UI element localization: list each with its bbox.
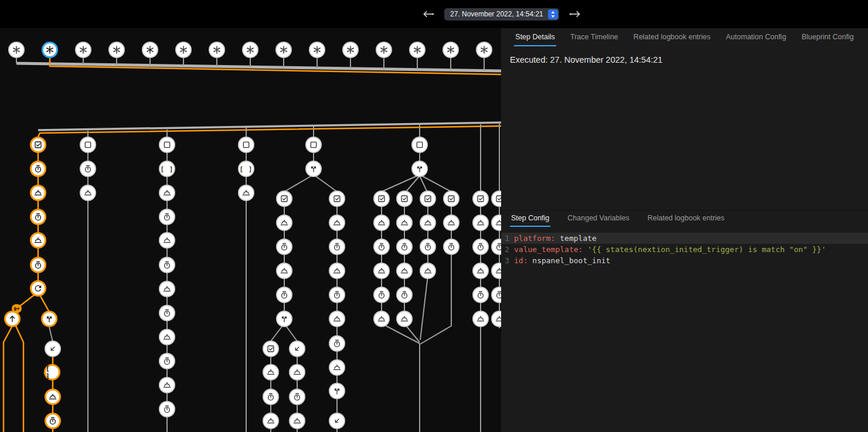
tab-step-config[interactable]: Step Config	[510, 210, 550, 227]
trace-node-choose[interactable]	[305, 161, 322, 177]
trace-node-timer[interactable]	[30, 161, 46, 177]
trace-node-service[interactable]	[396, 263, 413, 279]
trace-node-square[interactable]	[238, 137, 254, 153]
step-config-code[interactable]: 1 platform: template 2 value_template: '…	[501, 233, 868, 266]
tab-trace-timeline[interactable]: Trace Timeline	[569, 28, 619, 46]
trace-node-timer[interactable]	[159, 257, 175, 273]
trace-node-timer[interactable]	[276, 287, 292, 303]
trace-node-service[interactable]	[80, 185, 96, 201]
trace-node-timer[interactable]	[159, 305, 175, 321]
trace-node-trigger[interactable]	[342, 42, 359, 58]
trace-node-timer[interactable]	[276, 239, 292, 255]
trace-node-service[interactable]	[159, 281, 175, 297]
trace-node-timer[interactable]	[159, 401, 175, 417]
trace-node-service[interactable]	[373, 311, 390, 327]
trace-node-service[interactable]	[396, 215, 413, 231]
trace-node-condition[interactable]	[420, 191, 436, 207]
trace-node-condition[interactable]	[472, 191, 489, 207]
trace-node-brackets[interactable]: [ ]	[238, 161, 254, 177]
trace-node-brackets[interactable]: [ ]	[159, 161, 175, 177]
trace-node-service[interactable]	[30, 232, 46, 249]
trace-node-arrow-dl[interactable]	[45, 341, 61, 357]
trace-node-trigger[interactable]	[442, 42, 459, 58]
trace-node-service[interactable]	[420, 215, 436, 231]
trace-node-condition[interactable]	[276, 191, 292, 207]
trace-node-service[interactable]	[329, 263, 345, 279]
trace-node-trigger[interactable]	[242, 42, 258, 58]
trace-node-timer[interactable]	[396, 287, 413, 303]
trace-node-timer[interactable]	[30, 209, 46, 225]
trace-node-service[interactable]	[159, 377, 175, 393]
trace-node-timer[interactable]	[263, 389, 279, 405]
trace-node-service[interactable]	[159, 185, 175, 201]
trace-node-service[interactable]	[373, 215, 390, 231]
tab-automation-config[interactable]: Automation Config	[725, 28, 788, 46]
trace-node-timer[interactable]	[443, 239, 459, 255]
trace-node-trigger[interactable]	[409, 42, 426, 58]
trace-node-timer[interactable]	[396, 239, 413, 255]
trace-node-timer[interactable]	[45, 413, 61, 429]
trace-node-trigger[interactable]	[376, 42, 392, 58]
trace-node-timer[interactable]	[373, 239, 390, 255]
trace-node-service[interactable]	[289, 413, 305, 429]
tab-related-logbook[interactable]: Related logbook entries	[632, 28, 712, 46]
trace-node-service[interactable]	[263, 413, 279, 429]
trace-node-arrow-dl[interactable]	[289, 341, 305, 357]
trace-node-timer[interactable]	[159, 353, 175, 369]
trace-node-timer[interactable]	[329, 335, 345, 352]
trace-node-timer[interactable]	[329, 287, 345, 303]
tab-changed-variables[interactable]: Changed Variables	[566, 210, 630, 227]
trace-node-timer[interactable]	[373, 287, 390, 303]
trace-node-service[interactable]	[276, 215, 292, 231]
trace-node-trigger[interactable]	[8, 42, 25, 58]
trace-graph[interactable]: [ ][ ][ ]9+	[0, 28, 501, 432]
trace-node-trigger[interactable]	[75, 42, 91, 58]
trace-node-trigger[interactable]	[42, 42, 58, 58]
trace-node-split[interactable]	[329, 383, 345, 399]
tab-step-related-logbook[interactable]: Related logbook entries	[646, 210, 726, 227]
trace-node-service[interactable]	[159, 232, 175, 249]
trace-node-condition[interactable]	[329, 191, 345, 207]
trace-node-timer[interactable]	[80, 161, 96, 177]
trace-node-service[interactable]	[238, 185, 254, 201]
trace-node-trigger[interactable]	[309, 42, 325, 58]
trace-node-trigger[interactable]	[175, 42, 192, 58]
run-date-select[interactable]: 27. November 2022, 14:54:21	[444, 8, 559, 21]
trace-node-condition[interactable]	[263, 341, 279, 357]
trace-node-service[interactable]	[420, 263, 436, 279]
trace-node-repeat[interactable]	[30, 280, 46, 297]
trace-node-trigger[interactable]	[142, 42, 158, 58]
trace-node-service[interactable]	[472, 311, 489, 327]
trace-node-arrow-dl[interactable]	[329, 413, 345, 429]
trace-node-condition[interactable]	[443, 191, 459, 207]
tab-step-details[interactable]: Step Details	[514, 28, 556, 46]
trace-node-trigger[interactable]	[275, 42, 292, 58]
trace-node-choose[interactable]	[411, 161, 428, 177]
trace-node-service[interactable]	[159, 329, 175, 345]
trace-node-square[interactable]	[80, 137, 96, 153]
trace-node-timer[interactable]	[329, 239, 345, 255]
trace-node-service[interactable]	[472, 263, 489, 279]
trace-node-arrow-up[interactable]	[4, 311, 21, 327]
trace-node-service[interactable]	[45, 389, 61, 405]
trace-node-timer[interactable]	[472, 239, 489, 255]
trace-node-timer[interactable]	[289, 389, 305, 405]
trace-node-service[interactable]	[329, 311, 345, 327]
trace-node-service[interactable]	[472, 215, 489, 231]
trace-node-trigger[interactable]	[476, 42, 492, 58]
trace-node-service[interactable]	[30, 185, 46, 201]
trace-node-square[interactable]	[305, 137, 322, 153]
trace-node-trigger[interactable]	[108, 42, 125, 58]
trace-node-service[interactable]	[443, 215, 459, 231]
trace-node-condition[interactable]	[373, 191, 390, 207]
trace-node-condition[interactable]	[396, 191, 413, 207]
trace-node-square[interactable]	[411, 137, 428, 153]
trace-node-trigger[interactable]	[209, 42, 225, 58]
next-run-button[interactable]	[567, 6, 583, 22]
trace-node-timer[interactable]	[472, 287, 489, 303]
previous-run-button[interactable]	[421, 6, 436, 22]
trace-node-timer[interactable]	[420, 239, 436, 255]
trace-node-service[interactable]	[329, 359, 345, 376]
trace-node-brackets[interactable]: [ ]	[44, 364, 60, 380]
trace-node-service[interactable]	[396, 311, 413, 327]
